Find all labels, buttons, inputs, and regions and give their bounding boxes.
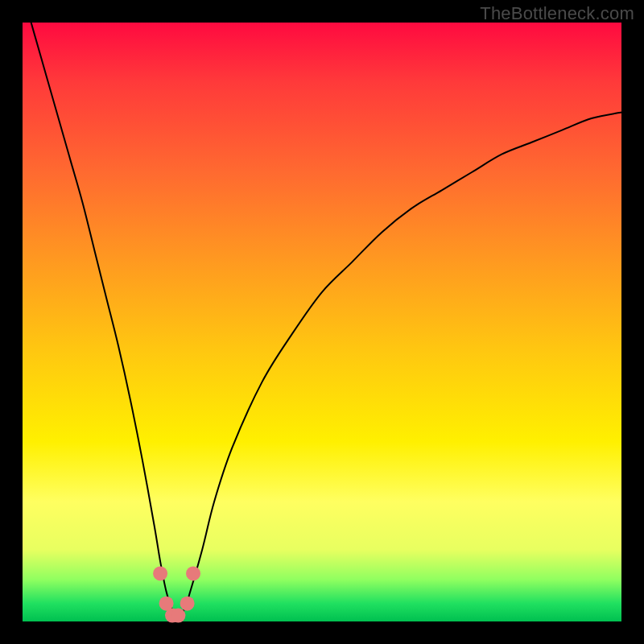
curve-marker bbox=[153, 566, 167, 580]
bottleneck-curve bbox=[23, 0, 621, 616]
watermark-text: TheBottleneck.com bbox=[480, 3, 634, 24]
plot-area bbox=[23, 23, 621, 621]
curve-marker bbox=[186, 566, 200, 580]
curve-marker bbox=[180, 597, 195, 611]
curve-markers bbox=[153, 566, 200, 622]
curve-marker bbox=[171, 609, 185, 623]
curve-layer bbox=[23, 23, 621, 621]
